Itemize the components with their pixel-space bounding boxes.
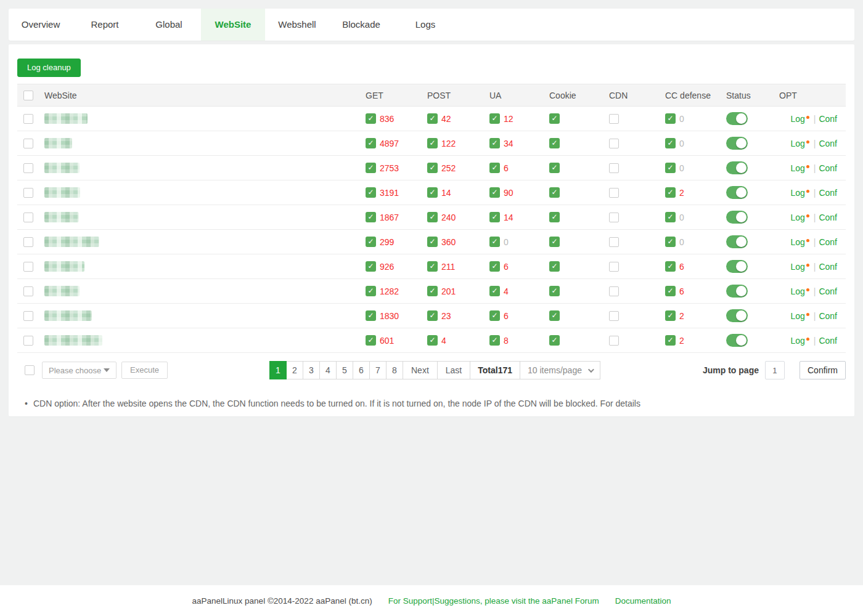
cdn-checkbox[interactable]: [609, 286, 619, 296]
next-page-button[interactable]: Next: [403, 361, 438, 379]
cookie-checked-icon[interactable]: ✓: [549, 261, 560, 272]
get-checked-icon[interactable]: ✓: [366, 261, 376, 272]
cookie-checked-icon[interactable]: ✓: [549, 163, 560, 173]
post-checked-icon[interactable]: ✓: [427, 261, 438, 272]
tab-website[interactable]: WebSite: [201, 9, 265, 41]
log-link[interactable]: Log: [790, 262, 804, 272]
website-name-redacted[interactable]: [44, 335, 102, 346]
row-select-checkbox[interactable]: [23, 237, 33, 247]
cc-defense-checked-icon[interactable]: ✓: [665, 261, 676, 272]
tab-webshell[interactable]: Webshell: [265, 9, 329, 41]
get-checked-icon[interactable]: ✓: [366, 237, 376, 247]
cookie-checked-icon[interactable]: ✓: [549, 212, 560, 222]
cc-defense-checked-icon[interactable]: ✓: [665, 335, 676, 346]
cc-defense-checked-icon[interactable]: ✓: [665, 212, 676, 222]
cdn-checkbox[interactable]: [609, 311, 619, 321]
log-link[interactable]: Log: [790, 163, 804, 173]
post-checked-icon[interactable]: ✓: [427, 138, 438, 148]
cookie-checked-icon[interactable]: ✓: [549, 335, 560, 346]
cookie-checked-icon[interactable]: ✓: [549, 187, 560, 198]
website-name-redacted[interactable]: [44, 138, 72, 148]
website-name-redacted[interactable]: [44, 163, 80, 173]
post-checked-icon[interactable]: ✓: [427, 310, 438, 321]
cc-defense-checked-icon[interactable]: ✓: [665, 113, 676, 124]
ua-checked-icon[interactable]: ✓: [489, 138, 500, 148]
row-select-checkbox[interactable]: [23, 286, 33, 296]
status-toggle-on[interactable]: [726, 260, 748, 273]
post-checked-icon[interactable]: ✓: [427, 212, 438, 222]
cdn-checkbox[interactable]: [609, 188, 619, 198]
cdn-checkbox[interactable]: [609, 139, 619, 148]
conf-link[interactable]: Conf: [819, 213, 837, 222]
log-link[interactable]: Log: [790, 188, 804, 198]
row-select-checkbox[interactable]: [23, 213, 33, 222]
get-checked-icon[interactable]: ✓: [366, 310, 376, 321]
log-link[interactable]: Log: [790, 311, 804, 321]
get-checked-icon[interactable]: ✓: [366, 286, 376, 296]
execute-button[interactable]: Execute: [121, 362, 168, 379]
post-checked-icon[interactable]: ✓: [427, 286, 438, 296]
conf-link[interactable]: Conf: [819, 262, 837, 272]
website-name-redacted[interactable]: [44, 237, 99, 247]
row-select-checkbox[interactable]: [23, 336, 33, 346]
page-button-4[interactable]: 4: [319, 361, 337, 379]
ua-checked-icon[interactable]: ✓: [489, 286, 500, 296]
footer-documentation-link[interactable]: Documentation: [615, 596, 671, 606]
status-toggle-on[interactable]: [726, 112, 748, 125]
bulk-action-select[interactable]: Please choose: [42, 362, 117, 379]
status-toggle-on[interactable]: [726, 285, 748, 298]
cdn-checkbox[interactable]: [609, 213, 619, 222]
cdn-checkbox[interactable]: [609, 237, 619, 247]
log-link[interactable]: Log: [790, 213, 804, 222]
page-button-1[interactable]: 1: [269, 361, 287, 379]
get-checked-icon[interactable]: ✓: [366, 212, 376, 222]
cc-defense-checked-icon[interactable]: ✓: [665, 310, 676, 321]
post-checked-icon[interactable]: ✓: [427, 163, 438, 173]
last-page-button[interactable]: Last: [437, 361, 470, 379]
status-toggle-on[interactable]: [726, 309, 748, 322]
conf-link[interactable]: Conf: [819, 336, 837, 346]
ua-checked-icon[interactable]: ✓: [489, 187, 500, 198]
cookie-checked-icon[interactable]: ✓: [549, 138, 560, 148]
conf-link[interactable]: Conf: [819, 139, 837, 148]
get-checked-icon[interactable]: ✓: [366, 335, 376, 346]
bulk-select-checkbox[interactable]: [25, 365, 35, 375]
status-toggle-on[interactable]: [726, 137, 748, 150]
log-link[interactable]: Log: [790, 139, 804, 148]
log-link[interactable]: Log: [790, 237, 804, 247]
cookie-checked-icon[interactable]: ✓: [549, 113, 560, 124]
ua-checked-icon[interactable]: ✓: [489, 261, 500, 272]
post-checked-icon[interactable]: ✓: [427, 335, 438, 346]
cdn-checkbox[interactable]: [609, 262, 619, 272]
row-select-checkbox[interactable]: [23, 139, 33, 148]
row-select-checkbox[interactable]: [23, 262, 33, 272]
status-toggle-on[interactable]: [726, 211, 748, 224]
log-link[interactable]: Log: [790, 286, 804, 296]
row-select-checkbox[interactable]: [23, 311, 33, 321]
website-name-redacted[interactable]: [44, 212, 79, 222]
get-checked-icon[interactable]: ✓: [366, 138, 376, 148]
ua-checked-icon[interactable]: ✓: [489, 113, 500, 124]
cc-defense-checked-icon[interactable]: ✓: [665, 187, 676, 198]
tab-overview[interactable]: Overview: [9, 9, 73, 41]
items-per-page-select[interactable]: 10 items/page: [520, 361, 600, 379]
status-toggle-on[interactable]: [726, 186, 748, 199]
tab-global[interactable]: Global: [137, 9, 201, 41]
website-name-redacted[interactable]: [44, 113, 88, 124]
get-checked-icon[interactable]: ✓: [366, 187, 376, 198]
page-button-8[interactable]: 8: [386, 361, 403, 379]
post-checked-icon[interactable]: ✓: [427, 187, 438, 198]
log-cleanup-button[interactable]: Log cleanup: [17, 59, 81, 77]
status-toggle-on[interactable]: [726, 235, 748, 248]
tab-report[interactable]: Report: [73, 9, 137, 41]
cdn-checkbox[interactable]: [609, 336, 619, 346]
cc-defense-checked-icon[interactable]: ✓: [665, 163, 676, 173]
conf-link[interactable]: Conf: [819, 237, 837, 247]
website-name-redacted[interactable]: [44, 261, 84, 272]
cdn-checkbox[interactable]: [609, 114, 619, 124]
row-select-checkbox[interactable]: [23, 188, 33, 198]
conf-link[interactable]: Conf: [819, 163, 837, 173]
ua-checked-icon[interactable]: ✓: [489, 212, 500, 222]
log-link[interactable]: Log: [790, 114, 804, 124]
website-name-redacted[interactable]: [44, 286, 80, 296]
